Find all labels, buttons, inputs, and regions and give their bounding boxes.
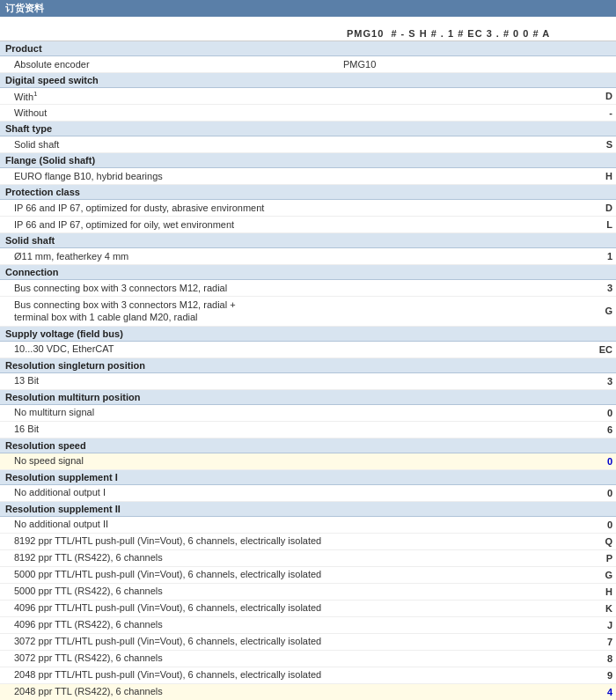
row-label: EURO flange B10, hybrid bearings bbox=[0, 169, 343, 183]
row-label: Solid shaft bbox=[0, 137, 343, 151]
row-values: K bbox=[343, 601, 616, 616]
row-label: 3072 ppr TTL/HTL push-pull (Vin=Vout), 6… bbox=[0, 634, 343, 648]
section-header-digital-speed-switch: Digital speed switch bbox=[0, 73, 616, 88]
table-row: 5000 ppr TTL (RS422), 6 channelsH bbox=[0, 584, 616, 601]
table-row: No speed signal0 bbox=[0, 453, 616, 470]
table-row: With1D bbox=[0, 88, 616, 105]
row-value: 9 bbox=[607, 670, 612, 681]
row-label: 5000 ppr TTL/HTL push-pull (Vin=Vout), 6… bbox=[0, 567, 343, 581]
table-row: 4096 ppr TTL/HTL push-pull (Vin=Vout), 6… bbox=[0, 601, 616, 617]
row-values: D bbox=[343, 200, 616, 216]
table-row: 3072 ppr TTL (RS422), 6 channels8 bbox=[0, 651, 616, 667]
table-row: No additional output I0 bbox=[0, 485, 616, 502]
top-bar: 订货资料 bbox=[0, 0, 616, 17]
code-string: PMG10 # - S H # . 1 # EC 3 . # 0 0 # A bbox=[347, 28, 550, 39]
row-value: 0 bbox=[607, 488, 612, 498]
row-value: 0 bbox=[607, 519, 612, 530]
row-label: 8192 ppr TTL/HTL push-pull (Vin=Vout), 6… bbox=[0, 534, 343, 548]
row-values: 8 bbox=[343, 651, 616, 667]
row-label: 4096 ppr TTL (RS422), 6 channels bbox=[0, 617, 343, 631]
section-header-resolution-singleturn: Resolution singleturn position bbox=[0, 358, 616, 373]
row-label: No additional output II bbox=[0, 517, 343, 531]
row-values: L bbox=[343, 217, 616, 232]
row-value: H bbox=[605, 586, 612, 597]
main-content: ProductAbsolute encoderPMG10Digital spee… bbox=[0, 41, 616, 700]
row-value: K bbox=[605, 603, 612, 614]
table-row: 8192 ppr TTL/HTL push-pull (Vin=Vout), 6… bbox=[0, 534, 616, 550]
table-row: 2048 ppr TTL/HTL push-pull (Vin=Vout), 6… bbox=[0, 667, 616, 684]
row-values: 0 bbox=[343, 405, 616, 421]
section-header-resolution-multiturn: Resolution multiturn position bbox=[0, 390, 616, 405]
row-value: 3 bbox=[607, 283, 612, 293]
row-label: IP 66 and IP 67, optimized for dusty, ab… bbox=[0, 201, 343, 215]
row-value: P bbox=[606, 553, 612, 564]
section-header-flange: Flange (Solid shaft) bbox=[0, 153, 616, 168]
row-value: 7 bbox=[607, 637, 612, 647]
row-value: 3 bbox=[607, 376, 612, 387]
table-row: 8192 ppr TTL (RS422), 6 channelsP bbox=[0, 550, 616, 567]
table-row: No additional output II0 bbox=[0, 517, 616, 534]
table-row: 3072 ppr TTL/HTL push-pull (Vin=Vout), 6… bbox=[0, 634, 616, 651]
page-container: 订货资料 PMG10 # - S H # . 1 # EC 3 . # 0 0 … bbox=[0, 0, 616, 700]
row-value: - bbox=[609, 107, 612, 118]
row-values: 3 bbox=[343, 373, 616, 389]
column-headers: PMG10 # - S H # . 1 # EC 3 . # 0 0 # A bbox=[0, 17, 616, 41]
row-label: 5000 ppr TTL (RS422), 6 channels bbox=[0, 584, 343, 598]
section-header-resolution-supplement-1: Resolution supplement I bbox=[0, 470, 616, 485]
section-header-supply-voltage: Supply voltage (field bus) bbox=[0, 327, 616, 342]
row-values: H bbox=[343, 168, 616, 184]
row-label: 8192 ppr TTL (RS422), 6 channels bbox=[0, 550, 343, 564]
row-label: With1 bbox=[0, 89, 343, 104]
row-value: H bbox=[605, 171, 612, 181]
row-label: Bus connecting box with 3 connectors M12… bbox=[0, 297, 343, 326]
table-row: Absolute encoderPMG10 bbox=[0, 56, 616, 73]
table-row: 16 Bit6 bbox=[0, 422, 616, 438]
row-values: 3 bbox=[343, 280, 616, 296]
row-values: G bbox=[343, 567, 616, 583]
table-row: Ø11 mm, featherkey 4 mm1 bbox=[0, 248, 616, 265]
row-value: J bbox=[607, 620, 612, 630]
row-value: D bbox=[605, 91, 612, 101]
table-row: Without- bbox=[0, 105, 616, 122]
section-header-resolution-speed: Resolution speed bbox=[0, 438, 616, 453]
table-row: 2048 ppr TTL (RS422), 6 channels4 bbox=[0, 684, 616, 700]
row-label: No additional output I bbox=[0, 485, 343, 499]
row-value: L bbox=[606, 219, 612, 230]
row-value: 1 bbox=[607, 251, 612, 262]
row-value: EC bbox=[599, 344, 612, 355]
table-row: Solid shaftS bbox=[0, 136, 616, 153]
row-values: 4 bbox=[343, 684, 616, 700]
row-values: 0 bbox=[343, 517, 616, 533]
row-label: No multiturn signal bbox=[0, 405, 343, 419]
row-values: Q bbox=[343, 534, 616, 549]
row-value: G bbox=[605, 570, 612, 580]
row-value: PMG10 bbox=[343, 59, 376, 70]
row-values: PMG10 bbox=[343, 56, 616, 72]
row-value: 8 bbox=[607, 653, 612, 664]
table-row: 10...30 VDC, EtherCATEC bbox=[0, 342, 616, 358]
row-value: 4 bbox=[607, 687, 612, 697]
row-values: 0 bbox=[343, 453, 616, 469]
section-header-product: Product bbox=[0, 41, 616, 56]
row-value: 6 bbox=[607, 424, 612, 435]
row-values: G bbox=[343, 303, 616, 319]
section-header-solid-shaft: Solid shaft bbox=[0, 233, 616, 248]
table-row: Bus connecting box with 3 connectors M12… bbox=[0, 280, 616, 297]
row-label: Absolute encoder bbox=[0, 57, 343, 71]
row-values: 9 bbox=[343, 667, 616, 683]
row-values: J bbox=[343, 617, 616, 633]
row-label: 2048 ppr TTL/HTL push-pull (Vin=Vout), 6… bbox=[0, 667, 343, 682]
row-value: G bbox=[605, 306, 612, 316]
row-values: 0 bbox=[343, 485, 616, 501]
row-value: Q bbox=[605, 536, 612, 547]
table-row: IP 66 and IP 67, optimized for oily, wet… bbox=[0, 217, 616, 233]
section-header-protection-class: Protection class bbox=[0, 185, 616, 200]
row-value: D bbox=[605, 203, 612, 213]
row-label: Without bbox=[0, 106, 343, 120]
table-row: 13 Bit3 bbox=[0, 373, 616, 390]
row-label: 10...30 VDC, EtherCAT bbox=[0, 342, 343, 356]
table-row: Bus connecting box with 3 connectors M12… bbox=[0, 297, 616, 327]
row-values: D bbox=[343, 88, 616, 104]
table-row: EURO flange B10, hybrid bearingsH bbox=[0, 168, 616, 185]
row-label: IP 66 and IP 67, optimized for oily, wet… bbox=[0, 217, 343, 232]
